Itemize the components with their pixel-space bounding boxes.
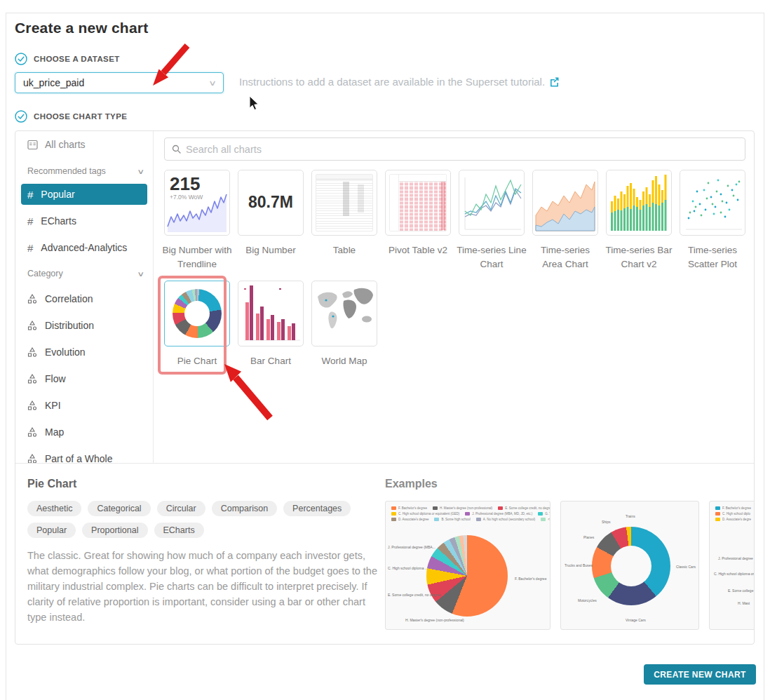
tag-pill: Percentages [283,501,351,516]
sidebar-item-flow[interactable]: Flow [21,368,147,389]
dataset-help-text: Instructions to add a dataset are availa… [239,76,545,88]
ts-bar-thumbnail [606,170,672,236]
sidebar-item-distribution[interactable]: Distribution [21,315,147,336]
chart-card-ts-line[interactable]: Time-series Line Chart [459,170,525,272]
chart-details-pane: Pie Chart Aesthetic Categorical Circular… [15,464,754,645]
all-charts-label: All charts [45,139,86,150]
tag-pill: Circular [157,501,205,516]
chevron-down-icon: ∨ [137,168,144,175]
chart-card-big-number[interactable]: 80.7M Big Number [238,170,304,272]
bar-chart-thumbnail [238,281,304,346]
category-icon [27,347,37,357]
chart-type-panel: All charts Recommended tags ∨ # Popular … [15,130,755,645]
tag-pill: Popular [27,523,76,538]
chart-card-bar[interactable]: Bar Chart [238,281,304,368]
sidebar-item-all-charts[interactable]: All charts [27,139,86,150]
details-description: The classic. Great for showing how much … [27,548,384,625]
svg-text:+7.0% WoW: +7.0% WoW [170,194,203,201]
tag-pill: Aesthetic [27,501,81,516]
ts-scatter-thumbnail [680,170,745,236]
table-thumbnail [311,170,377,236]
page-title: Create a new chart [15,20,148,36]
sidebar-item-advanced-analytics[interactable]: # Advanced-Analytics [21,237,147,258]
svg-text:215: 215 [170,173,200,194]
category-icon [27,401,37,410]
external-link-icon[interactable] [549,76,560,87]
sidebar-item-correlation[interactable]: Correlation [21,288,147,309]
sidebar-item-popular[interactable]: # Popular [21,184,147,205]
search-icon [172,144,181,154]
big-number-thumbnail: 80.7M [238,170,304,236]
chart-card-ts-bar[interactable]: Time-series Bar Chart v2 [606,170,672,272]
chart-card-world-map[interactable]: World Map [311,281,377,368]
details-tags: Aesthetic Categorical Circular Compariso… [27,501,384,538]
create-new-chart-button[interactable]: CREATE NEW CHART [644,664,756,685]
tag-pill: ECharts [154,523,204,538]
dataset-select[interactable]: uk_price_paid ∨ [15,72,224,93]
svg-text:80.7M: 80.7M [248,193,293,211]
chart-card-ts-area[interactable]: Time-series Area Chart [532,170,598,272]
sidebar-item-echarts[interactable]: # ECharts [21,210,147,231]
choose-dataset-step: CHOOSE A DATASET [15,53,120,65]
category-header[interactable]: Category ∨ [27,269,143,278]
example-image-1: F. Bachelor's degree H. Master's degree … [385,501,551,630]
category-icon [27,427,37,437]
examples-title: Examples [385,478,754,490]
dataset-select-value: uk_price_paid [23,77,210,88]
chart-type-gallery: 215 +7.0% WoW Big Number with Trendline … [154,131,754,463]
dataset-help: Instructions to add a dataset are availa… [239,76,560,88]
sidebar-item-evolution[interactable]: Evolution [21,342,147,363]
example-image-3: F. Bachelor's degree C. High school dipl… [709,501,755,630]
chart-card-big-number-trendline[interactable]: 215 +7.0% WoW Big Number with Trendline [164,170,230,272]
list-icon [27,140,38,150]
donut-example-graphic [592,527,670,605]
choose-dataset-label: CHOOSE A DATASET [34,55,120,63]
hash-icon: # [27,189,33,201]
chevron-down-icon: ∨ [208,79,217,88]
details-title: Pie Chart [27,478,384,490]
chart-card-table[interactable]: Table [311,170,377,272]
tag-pill: Comparison [212,501,277,516]
category-icon [27,454,37,463]
choose-chart-type-label: CHOOSE CHART TYPE [34,112,127,121]
check-circle-icon [15,110,27,123]
tag-pill: Categorical [88,501,150,516]
tag-pill: Proportional [82,523,147,538]
pie-chart-thumbnail [164,281,230,346]
create-chart-modal: Create a new chart CHOOSE A DATASET uk_p… [6,13,764,700]
hash-icon: # [27,215,33,227]
category-icon [27,321,37,330]
chevron-down-icon: ∨ [137,270,144,278]
recommended-tags-header[interactable]: Recommended tags ∨ [27,166,143,176]
category-icon [27,294,37,304]
chart-search [164,137,745,161]
ts-area-thumbnail [532,170,598,236]
pie-example-graphic [426,535,508,617]
world-map-thumbnail [311,281,377,346]
chart-card-ts-scatter[interactable]: Time-series Scatter Plot [680,170,745,272]
chart-card-pie[interactable]: Pie Chart [164,281,230,368]
ts-line-thumbnail [459,170,525,236]
pivot-table-thumbnail [385,170,451,236]
search-input[interactable] [186,144,738,155]
donut-graphic [173,289,222,338]
sidebar-item-map[interactable]: Map [21,422,147,443]
chart-card-pivot-table[interactable]: Pivot Table v2 [385,170,451,272]
chart-type-sidebar: All charts Recommended tags ∨ # Popular … [15,131,154,463]
sidebar-item-kpi[interactable]: KPI [21,395,147,416]
sidebar-item-part-of-a-whole[interactable]: Part of a Whole [21,448,147,463]
choose-chart-type-step: CHOOSE CHART TYPE [15,110,127,123]
hash-icon: # [27,242,33,254]
example-image-2: Trains Ships Planes Trucks and Buses Mot… [560,501,699,630]
category-icon [27,374,37,384]
check-circle-icon [15,53,27,65]
big-number-trendline-thumbnail: 215 +7.0% WoW [164,170,230,236]
